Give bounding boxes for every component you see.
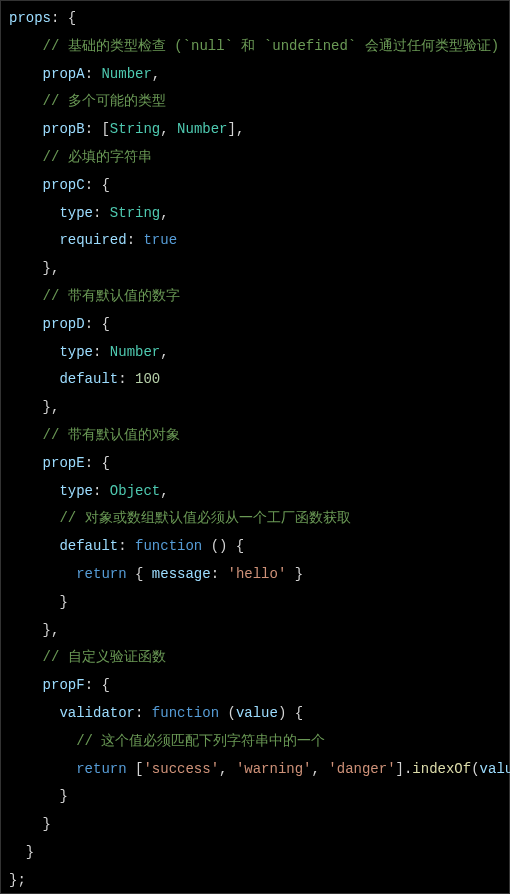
- token: ,: [160, 344, 168, 360]
- token: :: [93, 205, 110, 221]
- token: ,: [160, 121, 177, 137]
- token: : [: [85, 121, 110, 137]
- token: ) {: [278, 705, 303, 721]
- token: ,: [160, 205, 168, 221]
- token: : {: [85, 316, 110, 332]
- token: type: [9, 205, 93, 221]
- token: default: [9, 538, 118, 554]
- token: type: [9, 483, 93, 499]
- token: default: [9, 371, 118, 387]
- token: return: [76, 566, 126, 582]
- token: return: [76, 761, 126, 777]
- token: [: [127, 761, 144, 777]
- token: value: [236, 705, 278, 721]
- token: propD: [9, 316, 85, 332]
- token: : {: [85, 455, 110, 471]
- comment: // 多个可能的类型: [9, 93, 166, 109]
- token: function: [135, 538, 202, 554]
- token: required: [9, 232, 127, 248]
- token: (: [471, 761, 479, 777]
- token: props: [9, 10, 51, 26]
- token: indexOf: [412, 761, 471, 777]
- comment: // 基础的类型检查 (`null` 和 `undefined` 会通过任何类型…: [9, 38, 499, 54]
- comment: // 带有默认值的数字: [9, 288, 180, 304]
- token: :: [93, 344, 110, 360]
- token: propF: [9, 677, 85, 693]
- token: String: [110, 121, 160, 137]
- token: :: [85, 66, 102, 82]
- token: :: [127, 232, 144, 248]
- token: {: [127, 566, 152, 582]
- token: true: [143, 232, 177, 248]
- token: () {: [202, 538, 244, 554]
- token: (: [219, 705, 236, 721]
- token: : {: [51, 10, 76, 26]
- token: }: [9, 788, 68, 804]
- token: }: [9, 844, 34, 860]
- comment: // 必填的字符串: [9, 149, 152, 165]
- token: Object: [110, 483, 160, 499]
- token: :: [118, 538, 135, 554]
- token: :: [211, 566, 228, 582]
- token: },: [9, 260, 59, 276]
- code-block: props: { // 基础的类型检查 (`null` 和 `undefined…: [0, 0, 510, 894]
- token: propA: [9, 66, 85, 82]
- token: [9, 761, 76, 777]
- token: function: [152, 705, 219, 721]
- token: propB: [9, 121, 85, 137]
- comment: // 自定义验证函数: [9, 649, 166, 665]
- token: Number: [110, 344, 160, 360]
- token: }: [286, 566, 303, 582]
- token: 'success': [143, 761, 219, 777]
- token: : {: [85, 677, 110, 693]
- token: ,: [312, 761, 329, 777]
- token: : {: [85, 177, 110, 193]
- token: message: [152, 566, 211, 582]
- token: 'danger': [328, 761, 395, 777]
- token: ],: [228, 121, 245, 137]
- token: Number: [177, 121, 227, 137]
- token: ].: [396, 761, 413, 777]
- token: :: [118, 371, 135, 387]
- comment: // 这个值必须匹配下列字符串中的一个: [9, 733, 325, 749]
- token: ,: [152, 66, 160, 82]
- token: }: [9, 594, 68, 610]
- token: :: [135, 705, 152, 721]
- token: String: [110, 205, 160, 221]
- token: value: [480, 761, 510, 777]
- token: propC: [9, 177, 85, 193]
- token: ,: [219, 761, 236, 777]
- token: ,: [160, 483, 168, 499]
- token: 'hello': [227, 566, 286, 582]
- token: 'warning': [236, 761, 312, 777]
- token: },: [9, 622, 59, 638]
- token: 100: [135, 371, 160, 387]
- token: :: [93, 483, 110, 499]
- token: [9, 566, 76, 582]
- token: Number: [101, 66, 151, 82]
- token: propE: [9, 455, 85, 471]
- token: validator: [9, 705, 135, 721]
- token: }: [9, 816, 51, 832]
- token: };: [9, 872, 26, 888]
- token: type: [9, 344, 93, 360]
- comment: // 带有默认值的对象: [9, 427, 180, 443]
- token: },: [9, 399, 59, 415]
- comment: // 对象或数组默认值必须从一个工厂函数获取: [9, 510, 351, 526]
